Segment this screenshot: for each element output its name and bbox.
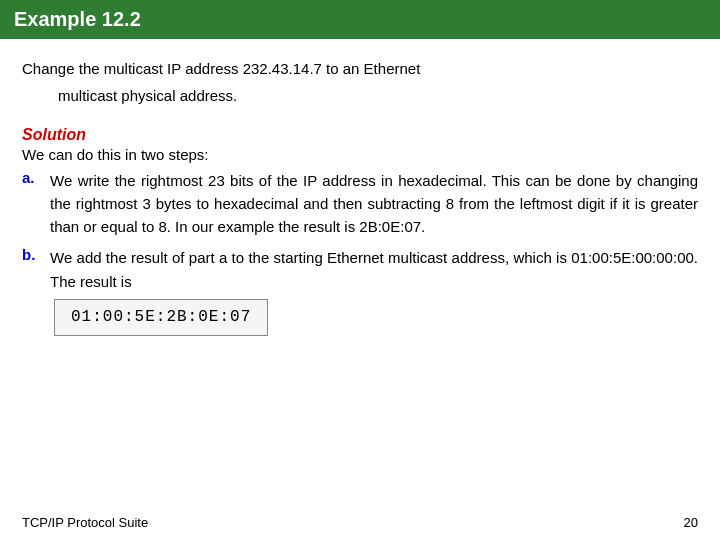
result-box: 01:00:5E:2B:0E:07 [54,299,268,336]
solution-label: Solution [22,126,698,144]
header-bar: Example 12.2 [0,0,720,39]
steps-intro: We can do this in two steps: [22,146,698,163]
step-label-a: a. [22,169,50,186]
header-title: Example 12.2 [14,8,141,30]
footer-left: TCP/IP Protocol Suite [22,515,148,530]
step-item-b: b. We add the result of part a to the st… [22,246,698,335]
intro-line1: Change the multicast IP address 232.43.1… [22,57,698,80]
step-label-b: b. [22,246,50,263]
footer-right: 20 [684,515,698,530]
footer: TCP/IP Protocol Suite 20 [22,515,698,530]
main-content: Change the multicast IP address 232.43.1… [0,39,720,354]
steps-list: a. We write the rightmost 23 bits of the… [22,169,698,336]
step-content-b: We add the result of part a to the start… [50,246,698,335]
intro-line2: multicast physical address. [58,84,698,107]
step-content-a: We write the rightmost 23 bits of the IP… [50,169,698,239]
step-item-a: a. We write the rightmost 23 bits of the… [22,169,698,239]
